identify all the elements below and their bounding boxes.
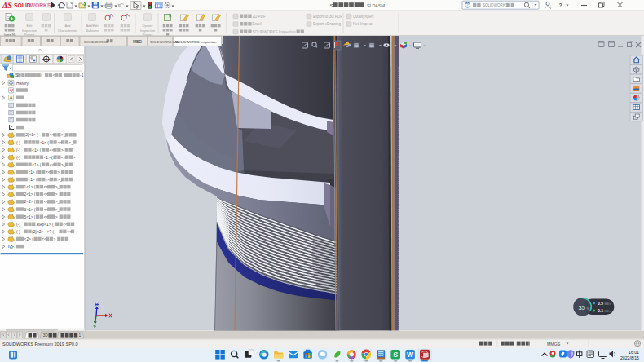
svg-text:<1> (: <1> (	[32, 148, 42, 152]
svg-text:(-): (-)	[16, 141, 20, 145]
svg-text:SOLIDWORKS: SOLIDWORKS	[84, 40, 108, 44]
svg-text:SOLIDWORKS Inspection: SOLIDWORKS Inspection	[176, 40, 218, 44]
svg-text:QualityXpert: QualityXpert	[353, 15, 374, 19]
svg-text:16:01: 16:01	[629, 350, 639, 355]
svg-text:A: A	[10, 95, 13, 100]
svg-text:MB/s: MB/s	[605, 302, 611, 306]
svg-text:5<1> (: 5<1> (	[24, 215, 36, 219]
svg-text:<1> (: <1> (	[44, 156, 54, 160]
svg-text:2<1> (: 2<1> (	[24, 192, 36, 196]
svg-text:ΔS: ΔS	[2, 1, 12, 10]
svg-text:SOLIDWORKS Premium 2019 SP0.0: SOLIDWORKS Premium 2019 SP0.0	[2, 342, 78, 347]
svg-text:S: S	[393, 351, 398, 359]
svg-text:MBD: MBD	[133, 39, 143, 44]
svg-text:MMGS: MMGS	[547, 342, 561, 347]
svg-text:.SLDASM: .SLDASM	[365, 3, 385, 8]
svg-text:3<1> (: 3<1> (	[24, 208, 36, 212]
svg-text:(-): (-)	[16, 156, 20, 160]
svg-text:History: History	[16, 82, 29, 86]
svg-text:(-): (-)	[16, 148, 20, 152]
svg-text:2<2> (: 2<2> (	[24, 200, 36, 204]
svg-text:Characteristic: Characteristic	[58, 29, 77, 33]
svg-text:Excel: Excel	[252, 22, 261, 26]
svg-text:(2)<1> (: (2)<1> (	[24, 133, 38, 137]
svg-text:0.5: 0.5	[598, 301, 603, 306]
svg-text:W: W	[407, 351, 414, 359]
svg-text:<2> (: <2> (	[24, 237, 34, 241]
svg-text:2022/8/15: 2022/8/15	[620, 355, 639, 360]
svg-text:3D: 3D	[43, 333, 49, 338]
svg-text:>: >	[73, 156, 75, 160]
svg-text:(-): (-)	[16, 230, 20, 234]
svg-text:SOLID: SOLID	[14, 2, 31, 8]
svg-text:<1> (: <1> (	[28, 178, 37, 182]
svg-text:Balloons: Balloons	[86, 29, 98, 33]
svg-text:35: 35	[579, 304, 585, 311]
svg-text:Export eDrawing: Export eDrawing	[313, 22, 341, 26]
svg-text:Net-Inspect: Net-Inspect	[353, 22, 373, 26]
svg-text:<1> (: <1> (	[40, 141, 50, 145]
svg-text:KB/s: KB/s	[605, 310, 611, 313]
svg-text:1<1> (: 1<1> (	[24, 185, 36, 189]
svg-text:0.1: 0.1	[598, 308, 603, 313]
svg-text:?: ?	[466, 2, 469, 7]
svg-text:?: ?	[559, 2, 562, 8]
svg-text:-1: -1	[80, 73, 84, 77]
svg-text:%: %	[587, 307, 590, 311]
svg-text:2D PDF: 2D PDF	[252, 15, 266, 19]
svg-text:S: S	[330, 3, 333, 8]
svg-text:.step<1> (: .step<1> (	[36, 223, 54, 227]
svg-text:SOLIDWORKS Inspection: SOLIDWORKS Inspection	[252, 30, 296, 34]
svg-text:SOLIDWORKS: SOLIDWORKS	[483, 3, 508, 7]
svg-text:(-): (-)	[16, 223, 20, 227]
svg-text:1: 1	[79, 333, 82, 338]
svg-text:<1> (: <1> (	[32, 163, 42, 167]
svg-text:<1> (: <1> (	[28, 170, 37, 174]
svg-text:(2)<2> -->? (: (2)<2> -->? (	[32, 230, 54, 234]
svg-text:Export to 3D PDF: Export to 3D PDF	[313, 15, 342, 19]
svg-text:WORKS: WORKS	[30, 2, 52, 8]
